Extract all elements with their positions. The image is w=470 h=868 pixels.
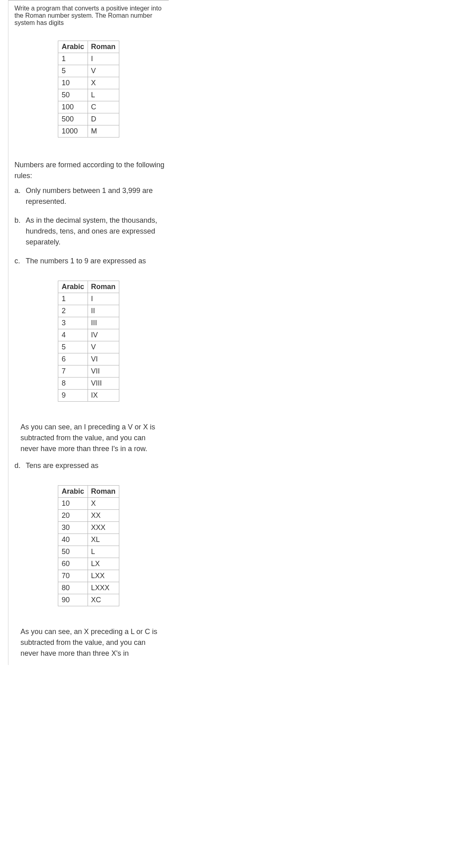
table-row: 4IV bbox=[58, 329, 119, 341]
table-row: 60LX bbox=[58, 558, 119, 570]
table-header-row: Arabic Roman bbox=[58, 41, 119, 53]
table-row: 40XL bbox=[58, 534, 119, 546]
table-row: 1I bbox=[58, 53, 119, 65]
roman-cell: IX bbox=[88, 390, 119, 402]
roman-cell: VII bbox=[88, 365, 119, 378]
rule-b: b. As in the decimal system, the thousan… bbox=[14, 215, 165, 248]
header-arabic: Arabic bbox=[58, 281, 88, 293]
rule-a-text: Only numbers between 1 and 3,999 are rep… bbox=[26, 187, 153, 205]
roman-cell: M bbox=[88, 125, 119, 137]
basic-digits-table: Arabic Roman 1I5V10X50L100C500D1000M bbox=[58, 41, 119, 137]
arabic-cell: 8 bbox=[58, 378, 88, 390]
rules-list: a. Only numbers between 1 and 3,999 are … bbox=[8, 185, 169, 267]
arabic-cell: 40 bbox=[58, 534, 88, 546]
arabic-cell: 4 bbox=[58, 329, 88, 341]
table3-body: 10X20XX30XXX40XL50L60LX70LXX80LXXX90XC bbox=[58, 498, 119, 606]
table-row: 3III bbox=[58, 317, 119, 329]
table-row: 90XC bbox=[58, 594, 119, 606]
roman-cell: XX bbox=[88, 510, 119, 522]
rule-c-note: As you can see, an I preceding a V or X … bbox=[8, 420, 169, 460]
arabic-cell: 50 bbox=[58, 89, 88, 101]
table-row: 9IX bbox=[58, 390, 119, 402]
arabic-cell: 100 bbox=[58, 101, 88, 113]
content-wrapper: Write a program that converts a positive… bbox=[8, 0, 169, 665]
roman-cell: C bbox=[88, 101, 119, 113]
arabic-cell: 80 bbox=[58, 582, 88, 594]
rule-d-note: As you can see, an X preceding a L or C … bbox=[8, 624, 169, 665]
table-row: 50L bbox=[58, 546, 119, 558]
table-row: 10X bbox=[58, 498, 119, 510]
table-row: 7VII bbox=[58, 365, 119, 378]
roman-cell: LXXX bbox=[88, 582, 119, 594]
rule-b-marker: b. bbox=[14, 215, 20, 226]
roman-cell: II bbox=[88, 305, 119, 317]
table-row: 6VI bbox=[58, 353, 119, 365]
arabic-cell: 70 bbox=[58, 570, 88, 582]
rule-a: a. Only numbers between 1 and 3,999 are … bbox=[14, 185, 165, 207]
arabic-cell: 9 bbox=[58, 390, 88, 402]
rule-d-marker: d. bbox=[14, 460, 20, 471]
table-row: 5V bbox=[58, 65, 119, 77]
roman-cell: V bbox=[88, 65, 119, 77]
rule-c-marker: c. bbox=[14, 256, 20, 267]
arabic-cell: 10 bbox=[58, 77, 88, 89]
roman-cell: III bbox=[88, 317, 119, 329]
rule-d: d. Tens are expressed as bbox=[14, 460, 165, 471]
table2-body: 1I2II3III4IV5V6VI7VII8VIII9IX bbox=[58, 293, 119, 402]
arabic-cell: 1000 bbox=[58, 125, 88, 137]
table-row: 8VIII bbox=[58, 378, 119, 390]
table-row: 100C bbox=[58, 101, 119, 113]
table-header-row: Arabic Roman bbox=[58, 486, 119, 498]
table-row: 50L bbox=[58, 89, 119, 101]
arabic-cell: 5 bbox=[58, 65, 88, 77]
rule-d-text: Tens are expressed as bbox=[26, 462, 98, 470]
ones-table: Arabic Roman 1I2II3III4IV5V6VI7VII8VIII9… bbox=[58, 281, 119, 402]
table-row: 10X bbox=[58, 77, 119, 89]
table-row: 2II bbox=[58, 305, 119, 317]
roman-cell: LX bbox=[88, 558, 119, 570]
arabic-cell: 20 bbox=[58, 510, 88, 522]
table-row: 5V bbox=[58, 341, 119, 353]
rules-list-d: d. Tens are expressed as bbox=[8, 460, 169, 471]
table-row: 70LXX bbox=[58, 570, 119, 582]
roman-cell: L bbox=[88, 546, 119, 558]
table-header-row: Arabic Roman bbox=[58, 281, 119, 293]
roman-cell: XC bbox=[88, 594, 119, 606]
arabic-cell: 50 bbox=[58, 546, 88, 558]
rule-a-marker: a. bbox=[14, 185, 20, 196]
arabic-cell: 30 bbox=[58, 522, 88, 534]
arabic-cell: 90 bbox=[58, 594, 88, 606]
table-row: 500D bbox=[58, 113, 119, 125]
ones-table-wrapper: Arabic Roman 1I2II3III4IV5V6VI7VII8VIII9… bbox=[8, 275, 169, 420]
rule-c-text: The numbers 1 to 9 are expressed as bbox=[26, 257, 146, 265]
roman-cell: X bbox=[88, 77, 119, 89]
arabic-cell: 10 bbox=[58, 498, 88, 510]
roman-cell: IV bbox=[88, 329, 119, 341]
rules-intro: Numbers are formed according to the foll… bbox=[8, 156, 169, 185]
header-roman: Roman bbox=[88, 486, 119, 498]
roman-cell: XL bbox=[88, 534, 119, 546]
roman-cell: LXX bbox=[88, 570, 119, 582]
roman-cell: XXX bbox=[88, 522, 119, 534]
problem-intro: Write a program that converts a positive… bbox=[8, 1, 169, 35]
roman-cell: L bbox=[88, 89, 119, 101]
arabic-cell: 7 bbox=[58, 365, 88, 378]
arabic-cell: 60 bbox=[58, 558, 88, 570]
tens-table: Arabic Roman 10X20XX30XXX40XL50L60LX70LX… bbox=[58, 485, 119, 606]
table-row: 1I bbox=[58, 293, 119, 305]
table-row: 30XXX bbox=[58, 522, 119, 534]
basic-digits-table-wrapper: Arabic Roman 1I5V10X50L100C500D1000M bbox=[8, 35, 169, 156]
table-row: 20XX bbox=[58, 510, 119, 522]
tens-table-wrapper: Arabic Roman 10X20XX30XXX40XL50L60LX70LX… bbox=[8, 479, 169, 624]
table-row: 1000M bbox=[58, 125, 119, 137]
roman-cell: VI bbox=[88, 353, 119, 365]
arabic-cell: 1 bbox=[58, 293, 88, 305]
arabic-cell: 2 bbox=[58, 305, 88, 317]
arabic-cell: 3 bbox=[58, 317, 88, 329]
roman-cell: I bbox=[88, 53, 119, 65]
roman-cell: X bbox=[88, 498, 119, 510]
roman-cell: VIII bbox=[88, 378, 119, 390]
arabic-cell: 1 bbox=[58, 53, 88, 65]
rule-c: c. The numbers 1 to 9 are expressed as bbox=[14, 256, 165, 267]
rule-b-text: As in the decimal system, the thousands,… bbox=[26, 216, 157, 246]
